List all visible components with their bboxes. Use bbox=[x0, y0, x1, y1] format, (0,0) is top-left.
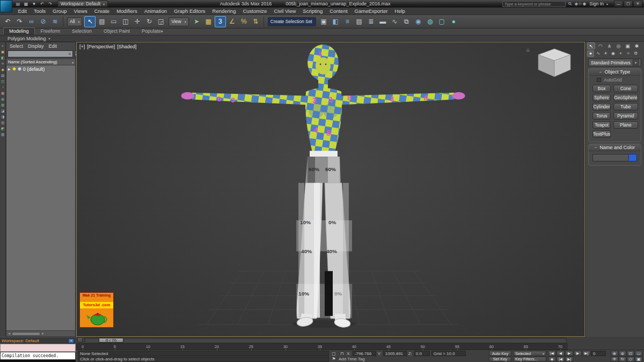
redo-icon[interactable]: ↷ bbox=[14, 16, 25, 27]
menu-graph-editors[interactable]: Graph Editors bbox=[170, 8, 209, 14]
left-arm[interactable] bbox=[192, 93, 308, 105]
new-scene-icon[interactable]: ▤ bbox=[15, 2, 21, 6]
pan-icon[interactable]: ✛ bbox=[611, 357, 618, 362]
edit-named-selection-sets-icon[interactable]: ▣ bbox=[318, 16, 330, 27]
scrollbar-thumb[interactable] bbox=[12, 332, 40, 336]
material-editor-icon[interactable]: ◉ bbox=[413, 16, 424, 27]
menu-content[interactable]: Content bbox=[326, 8, 351, 14]
timeline-tick[interactable]: 45 bbox=[386, 344, 391, 349]
timeline-tick[interactable]: 60 bbox=[489, 344, 494, 349]
previous-frame-button[interactable]: ◀ bbox=[557, 351, 565, 356]
sign-in-button[interactable]: Sign In bbox=[590, 1, 604, 6]
select-by-name-icon[interactable]: ▤ bbox=[96, 16, 107, 27]
explorer-toolbar-icon[interactable]: ⌖ bbox=[1, 43, 5, 48]
workspace-selector[interactable]: Workspace: Default ▾ bbox=[57, 1, 108, 7]
goto-end-button[interactable]: ▶| bbox=[582, 351, 590, 356]
menu-views[interactable]: Views bbox=[70, 8, 91, 14]
z-coordinate-field[interactable]: 0.0 bbox=[414, 351, 430, 356]
cameras-category-icon[interactable]: ◉ bbox=[610, 50, 617, 57]
object-type-button[interactable]: Cone bbox=[613, 85, 638, 92]
motion-tab-icon[interactable]: ◎ bbox=[614, 42, 623, 49]
object-type-button[interactable]: Cylinder bbox=[592, 103, 611, 110]
character-model[interactable]: 5 3 3 8 4 5 6 3 8 8 60% 60% 10% 0% 40% 4… bbox=[181, 45, 465, 328]
explorer-toolbar-icon[interactable]: ▨ bbox=[1, 132, 5, 137]
viewport-general-menu[interactable]: [+] bbox=[79, 44, 85, 49]
workspace-mini-label[interactable]: Workspace: Default bbox=[2, 338, 67, 343]
tab-modeling[interactable]: Modeling bbox=[3, 27, 35, 35]
explorer-toolbar-icon[interactable]: ◩ bbox=[1, 126, 5, 131]
selection-lock-toggle-icon[interactable]: ⊓ bbox=[339, 351, 345, 356]
menu-create[interactable]: Create bbox=[91, 8, 113, 14]
time-slider-handle[interactable]: 0 / 70 bbox=[99, 338, 123, 343]
object-name-field[interactable] bbox=[592, 154, 628, 161]
add-time-tag-label[interactable]: Add Time Tag bbox=[339, 357, 365, 361]
explorer-toolbar-icon[interactable]: ◫ bbox=[1, 79, 5, 84]
field-of-view-icon[interactable]: ◇ bbox=[627, 357, 634, 362]
timeline-tick[interactable]: 55 bbox=[455, 344, 459, 349]
time-slider[interactable]: 0 / 70 bbox=[76, 337, 568, 344]
explorer-toolbar-icon[interactable]: ▣ bbox=[1, 49, 5, 54]
menu-help[interactable]: Help bbox=[391, 8, 409, 14]
expander-icon[interactable]: ▶ bbox=[8, 67, 11, 71]
curve-editor-icon[interactable]: ∿ bbox=[389, 16, 400, 27]
timeline-tick[interactable]: 10 bbox=[146, 344, 150, 349]
align-icon[interactable]: ≡ bbox=[342, 16, 353, 27]
orbit-icon[interactable]: ↻ bbox=[619, 357, 626, 362]
next-key-button[interactable]: ▶| bbox=[565, 357, 573, 362]
x-coordinate-field[interactable]: -796.766 bbox=[353, 351, 376, 356]
object-type-button[interactable]: GeoSphere bbox=[613, 94, 638, 101]
explorer-menu-edit[interactable]: Edit bbox=[49, 43, 57, 49]
menu-civil-view[interactable]: Civil View bbox=[270, 8, 299, 14]
open-file-icon[interactable]: ▦ bbox=[23, 2, 29, 6]
named-selection-sets-dropdown[interactable]: Create Selection Set ▾ bbox=[268, 17, 316, 26]
time-slider-track[interactable]: 0 / 70 bbox=[84, 337, 567, 343]
tab-freeform[interactable]: Freeform bbox=[35, 27, 67, 35]
y-coordinate-field[interactable]: 1005.891 bbox=[383, 351, 407, 356]
scene-explorer-list[interactable]: ▶ 0 (default) bbox=[6, 65, 75, 330]
utilities-tab-icon[interactable]: ✱ bbox=[633, 42, 641, 49]
render-production-icon[interactable]: ● bbox=[448, 16, 459, 27]
undo-icon[interactable]: ↶ bbox=[2, 16, 13, 27]
menu-group[interactable]: Group bbox=[49, 8, 70, 14]
menu-customize[interactable]: Customize bbox=[239, 8, 270, 14]
zoom-region-icon[interactable]: ▭ bbox=[635, 351, 642, 356]
explorer-toolbar-icon[interactable]: ▥ bbox=[1, 102, 5, 107]
timeline-tick[interactable]: 20 bbox=[215, 344, 219, 349]
object-type-button[interactable]: Box bbox=[592, 85, 611, 92]
modify-tab-icon[interactable]: ◠ bbox=[596, 42, 604, 49]
undo-scene-operation-icon[interactable]: ↶ bbox=[39, 2, 45, 6]
timeline-tick[interactable]: 25 bbox=[249, 344, 253, 349]
menu-gameexporter[interactable]: GameExporter bbox=[351, 8, 391, 14]
explorer-toolbar-icon[interactable]: ◉ bbox=[1, 67, 5, 72]
list-item[interactable]: ▶ 0 (default) bbox=[6, 65, 75, 72]
name-color-rollout-header[interactable]: − Name and Color bbox=[589, 144, 641, 151]
timeline-tick[interactable]: 35 bbox=[318, 344, 322, 349]
select-object-icon[interactable]: ↖ bbox=[84, 16, 96, 27]
select-and-rotate-icon[interactable]: ↻ bbox=[143, 16, 155, 27]
object-type-button[interactable]: Torus bbox=[592, 112, 611, 120]
object-type-button[interactable]: Pyramid bbox=[613, 112, 638, 120]
scroll-left-icon[interactable]: ◄ bbox=[7, 332, 11, 335]
polygon-modeling-panel-label[interactable]: Polygon Modeling bbox=[8, 36, 46, 41]
viewport-canvas[interactable]: 5 3 3 8 4 5 6 3 8 8 60% 60% 10% 0% 40% 4… bbox=[77, 42, 584, 336]
help-search-input[interactable] bbox=[502, 1, 566, 7]
clear-search-icon[interactable]: ✕ bbox=[68, 52, 71, 56]
favorites-icon[interactable]: ☆ bbox=[578, 1, 582, 6]
chevron-down-icon[interactable]: ▾ bbox=[49, 36, 50, 40]
list-item-label[interactable]: 0 (default) bbox=[23, 67, 45, 72]
application-button[interactable] bbox=[0, 0, 12, 12]
display-tab-icon[interactable]: ▣ bbox=[624, 42, 632, 49]
close-button[interactable]: ✕ bbox=[633, 1, 642, 7]
percent-snap-icon[interactable]: % bbox=[238, 16, 250, 27]
toggle-scene-explorer-icon[interactable]: ▤ bbox=[354, 16, 365, 27]
select-and-move-icon[interactable]: ✛ bbox=[131, 16, 143, 27]
track-bar[interactable]: 0510152025303540455055606570 bbox=[76, 344, 568, 350]
chevron-down-icon[interactable]: ▾ bbox=[606, 2, 608, 6]
time-tag-icon[interactable]: ⚑ bbox=[331, 357, 337, 361]
training-ad[interactable]: Mak 21 Training Tutors3d .com bbox=[79, 292, 114, 328]
explorer-toolbar-icon[interactable]: ▤ bbox=[1, 73, 5, 78]
isolate-selection-toggle-icon[interactable]: ▢ bbox=[331, 351, 337, 356]
zoom-extents-icon[interactable]: ⊡ bbox=[627, 351, 634, 356]
explorer-toolbar-icon[interactable]: ✛ bbox=[1, 61, 5, 66]
snaps-toggle-icon[interactable]: 3 bbox=[215, 16, 226, 27]
